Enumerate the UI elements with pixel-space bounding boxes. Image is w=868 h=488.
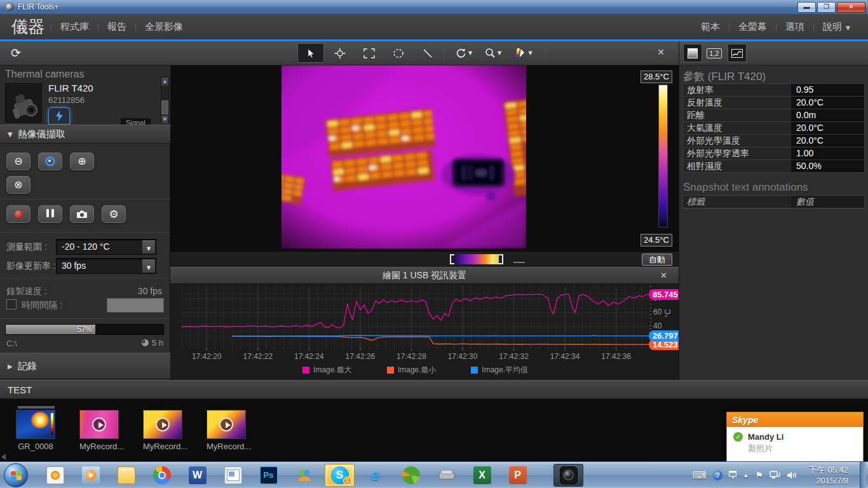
palette-view-icon[interactable] bbox=[683, 44, 702, 62]
chart-close-icon[interactable]: ✕ bbox=[660, 271, 667, 280]
dropdown-arrow-icon[interactable]: ▼ bbox=[142, 259, 155, 273]
parameter-value[interactable]: 0.0m bbox=[791, 109, 864, 121]
help-icon[interactable]: ? bbox=[712, 470, 722, 480]
taskbar-icon-chrome[interactable] bbox=[147, 464, 177, 487]
temperature-colorbar[interactable] bbox=[658, 85, 668, 227]
menu-item-1[interactable]: 儀器 bbox=[9, 16, 51, 38]
parameter-row[interactable]: 大氣溫度20.0°C bbox=[683, 122, 864, 135]
menu-item-4[interactable]: 全景影像 bbox=[136, 21, 192, 33]
palette-tool-icon[interactable]: ▼ bbox=[510, 43, 537, 63]
play-icon[interactable] bbox=[92, 417, 106, 431]
parameter-value[interactable]: 50.0% bbox=[791, 160, 864, 172]
zoom-tool-icon[interactable]: ▼ bbox=[480, 43, 506, 63]
skype-notification[interactable]: Skype ✓ Mandy Li 新照片 bbox=[726, 412, 864, 462]
taskbar-icon-powerpoint[interactable]: P bbox=[503, 464, 532, 487]
values-view-button[interactable]: 1,2 bbox=[706, 46, 722, 60]
network-icon[interactable] bbox=[770, 471, 780, 480]
span-handle-left[interactable] bbox=[450, 254, 454, 264]
select-tool-icon[interactable] bbox=[297, 43, 324, 63]
start-button[interactable] bbox=[4, 463, 28, 487]
menu-item-right-2[interactable]: 全螢幕 bbox=[729, 21, 776, 33]
camera-thumbnail[interactable] bbox=[5, 83, 42, 123]
record-section-header[interactable]: ▶ 記錄 bbox=[0, 353, 170, 379]
action-flag-icon[interactable]: ⚑ bbox=[755, 470, 763, 480]
span-slider[interactable] bbox=[450, 254, 508, 264]
time-series-chart[interactable] bbox=[181, 286, 649, 352]
taskbar-icon-word[interactable]: W bbox=[182, 464, 212, 487]
interval-input[interactable] bbox=[107, 298, 164, 313]
scrollbar-thumb[interactable] bbox=[161, 100, 168, 114]
camera-list-scrollbar[interactable]: ▲ ▼ bbox=[161, 77, 169, 125]
autofocus-icon[interactable] bbox=[38, 152, 62, 170]
keyboard-icon[interactable]: ⌨ bbox=[693, 470, 707, 481]
lightning-icon[interactable] bbox=[48, 107, 70, 125]
taskbar-clock[interactable]: 下午 05:42 2015/7/8 bbox=[804, 464, 853, 486]
pause-icon[interactable] bbox=[38, 205, 62, 223]
settings-icon[interactable]: ⚙ bbox=[102, 205, 126, 223]
taskbar-icon-explorer[interactable] bbox=[111, 464, 141, 487]
menu-item-right-4[interactable]: 說明▼ bbox=[814, 21, 859, 33]
parameter-value[interactable]: 20.0°C bbox=[791, 135, 864, 147]
parameter-row[interactable]: 反射溫度20.0°C bbox=[683, 97, 864, 109]
scroll-up-icon[interactable]: ▲ bbox=[161, 78, 168, 86]
record-icon[interactable] bbox=[6, 205, 31, 223]
frame-rate-select[interactable]: 30 fps ▼ bbox=[56, 258, 156, 274]
measure-range-select[interactable]: -20 - 120 °C ▼ bbox=[56, 239, 156, 255]
plot-view-icon[interactable] bbox=[728, 44, 747, 62]
parameter-value[interactable]: 0.95 bbox=[791, 84, 864, 96]
spot-tool-icon[interactable] bbox=[327, 43, 353, 63]
rotate-tool-icon[interactable]: ▼ bbox=[451, 43, 477, 63]
taskbar-icon-flir-camera[interactable] bbox=[553, 464, 583, 487]
snapshot-icon[interactable] bbox=[70, 205, 94, 223]
refresh-icon[interactable]: ⟳ bbox=[6, 44, 25, 62]
play-icon[interactable] bbox=[219, 417, 233, 431]
span-gradient[interactable] bbox=[454, 254, 499, 264]
video-thumbnail[interactable] bbox=[143, 410, 182, 439]
rect-tool-icon[interactable] bbox=[356, 43, 383, 63]
taskbar-icon-excel[interactable]: X bbox=[467, 464, 497, 487]
video-thumbnail[interactable] bbox=[79, 410, 119, 439]
chart-panel-header[interactable]: 繪圖 1 USB 視訊裝置 ✕ bbox=[170, 267, 679, 284]
taskbar-icon-photo-viewer[interactable] bbox=[40, 464, 70, 487]
menu-item-3[interactable]: 報告 bbox=[98, 21, 135, 33]
close-icon[interactable]: ✕ bbox=[657, 47, 665, 57]
taskbar-icon-usb-drive[interactable] bbox=[431, 464, 461, 487]
restore-button[interactable]: ❐ bbox=[817, 2, 836, 13]
gallery-item[interactable]: MyRecord... bbox=[79, 410, 119, 451]
taskbar-icon-media-player[interactable] bbox=[76, 464, 105, 487]
interval-checkbox[interactable] bbox=[6, 299, 17, 309]
play-icon[interactable] bbox=[156, 417, 170, 431]
taskbar-icon-messenger[interactable] bbox=[289, 464, 319, 487]
gallery-item[interactable]: GR_0008 bbox=[16, 410, 55, 451]
show-desktop-button[interactable] bbox=[860, 462, 865, 488]
show-hidden-icon[interactable]: ▲ bbox=[743, 472, 749, 478]
gallery-item[interactable]: MyRecord... bbox=[207, 410, 246, 451]
span-handle-right[interactable] bbox=[499, 254, 503, 264]
parameter-value[interactable]: 20.0°C bbox=[791, 122, 864, 134]
close-button[interactable]: ✕ bbox=[837, 2, 865, 13]
zoom-out-icon[interactable]: ⊖ bbox=[6, 152, 31, 170]
gallery-scroll-left-icon[interactable] bbox=[1, 454, 6, 460]
parameter-value[interactable]: 20.0°C bbox=[791, 97, 864, 109]
auto-scale-button[interactable]: 自動 bbox=[642, 254, 672, 266]
capture-section-header[interactable]: ▼ 熱像儀擷取 bbox=[0, 125, 170, 144]
window-popup-icon[interactable]: ▼ bbox=[729, 471, 736, 480]
parameter-row[interactable]: 外部光學溫度20.0°C bbox=[683, 135, 864, 147]
scroll-down-icon[interactable]: ▼ bbox=[161, 116, 168, 124]
taskbar-icon-internet-explorer[interactable]: e bbox=[360, 464, 390, 487]
line-tool-icon[interactable] bbox=[414, 43, 441, 63]
gallery-header[interactable]: TEST bbox=[0, 380, 868, 399]
menu-item-2[interactable]: 程式庫 bbox=[51, 21, 98, 33]
parameter-row[interactable]: 相對濕度50.0% bbox=[683, 160, 864, 173]
taskbar-icon-image-viewer[interactable]: ​ bbox=[218, 464, 248, 487]
thermal-image[interactable] bbox=[281, 65, 526, 248]
gallery-item[interactable]: MyRecord... bbox=[143, 410, 182, 451]
parameter-row[interactable]: 放射率0.95 bbox=[683, 84, 864, 97]
volume-icon[interactable] bbox=[787, 471, 797, 480]
taskbar-icon-photoshop[interactable]: Ps bbox=[254, 464, 283, 487]
focus-icon[interactable]: ⊕ bbox=[6, 176, 31, 194]
parameter-row[interactable]: 距離0.0m bbox=[683, 109, 864, 122]
parameter-row[interactable]: 外部光學穿透率1.00 bbox=[683, 147, 864, 160]
minimize-button[interactable]: ▬ bbox=[797, 2, 816, 13]
menu-item-right-1[interactable]: 範本 bbox=[692, 21, 729, 33]
